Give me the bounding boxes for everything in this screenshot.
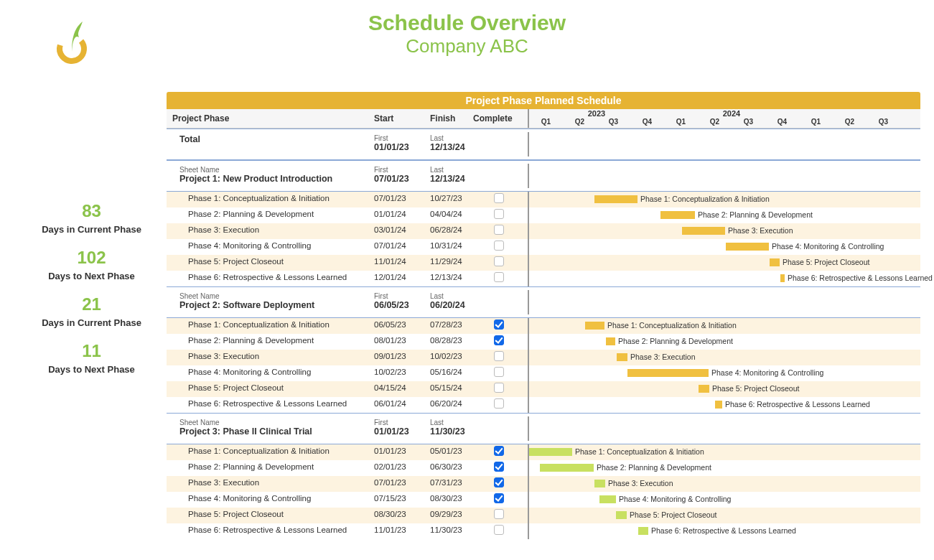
table-row: Phase 3: Execution03/01/2406/28/24Phase … — [167, 223, 920, 239]
phase-finish: 04/04/24 — [427, 207, 470, 223]
complete-checkbox[interactable] — [494, 335, 504, 345]
complete-checkbox[interactable] — [494, 319, 504, 330]
complete-cell — [470, 318, 528, 334]
phase-finish: 05/16/24 — [427, 365, 470, 381]
complete-checkbox[interactable] — [494, 525, 504, 535]
table-row: Phase 5: Project Closeout04/15/2405/15/2… — [167, 381, 920, 397]
total-start: First01/01/23 — [371, 132, 427, 157]
gantt-bar — [715, 401, 722, 409]
phase-start: 01/01/23 — [371, 444, 427, 460]
gantt-bar — [660, 211, 695, 219]
complete-checkbox[interactable] — [494, 462, 504, 472]
col-header-start: Start — [371, 109, 427, 128]
phase-name: Phase 4: Monitoring & Controlling — [167, 492, 371, 508]
gantt-bar — [638, 527, 648, 535]
gantt-bar-label: Phase 5: Project Closeout — [783, 258, 869, 266]
phase-name: Phase 3: Execution — [167, 350, 371, 365]
quarter-label: Q1 — [799, 118, 833, 126]
phase-name: Phase 3: Execution — [167, 223, 371, 239]
gantt-bar-label: Phase 6: Retrospective & Lessons Learned — [788, 274, 933, 282]
phase-start: 02/01/23 — [371, 460, 427, 476]
timeline-cell — [528, 164, 920, 188]
page-title: Schedule Overview — [14, 11, 920, 35]
timeline-cell: Phase 6: Retrospective & Lessons Learned — [528, 397, 920, 413]
group-row: Sheet NameProject 1: New Product Introdu… — [167, 160, 920, 192]
phase-start: 08/30/23 — [371, 508, 427, 523]
complete-checkbox[interactable] — [494, 383, 504, 393]
gantt-bar — [682, 227, 725, 235]
timeline-cell: Phase 5: Project Closeout — [528, 255, 920, 271]
phase-name: Phase 2: Planning & Development — [167, 207, 371, 223]
complete-checkbox[interactable] — [494, 256, 504, 266]
metric-label: Days to Next Phase — [25, 271, 158, 281]
svg-point-0 — [55, 32, 89, 65]
phase-name: Phase 1: Conceptualization & Initiation — [167, 192, 371, 207]
gantt-bar-label: Phase 3: Execution — [728, 226, 793, 235]
metric-label: Days to Next Phase — [25, 364, 158, 375]
complete-cell — [470, 460, 528, 476]
complete-cell — [470, 492, 528, 508]
empty — [470, 416, 528, 441]
timeline-cell: Phase 4: Monitoring & Controlling — [528, 365, 920, 381]
complete-checkbox[interactable] — [494, 367, 504, 377]
complete-cell — [470, 381, 528, 397]
complete-checkbox[interactable] — [494, 351, 504, 361]
metric-value: 102 — [25, 248, 158, 268]
phase-start: 10/02/23 — [371, 365, 427, 381]
gantt-bar-label: Phase 4: Monitoring & Controlling — [772, 242, 884, 251]
phase-finish: 09/29/23 — [427, 508, 470, 523]
project-first: First06/05/23 — [371, 290, 427, 314]
panel-title: Project Phase Planned Schedule — [167, 92, 920, 109]
gantt-bar-label: Phase 4: Monitoring & Controlling — [619, 495, 731, 503]
complete-checkbox[interactable] — [494, 509, 504, 519]
gantt-bar — [594, 480, 605, 487]
col-header-complete: Complete — [470, 109, 528, 128]
project-name: Sheet NameProject 3: Phase II Clinical T… — [167, 416, 371, 441]
complete-cell — [470, 476, 528, 492]
project-last: Last11/30/23 — [427, 416, 470, 441]
table-row: Phase 1: Conceptualization & Initiation0… — [167, 444, 920, 460]
phase-name: Phase 6: Retrospective & Lessons Learned — [167, 271, 371, 286]
complete-checkbox[interactable] — [494, 209, 504, 219]
timeline-cell — [528, 290, 920, 314]
phase-name: Phase 4: Monitoring & Controlling — [167, 239, 371, 255]
quarter-label: Q3 — [597, 118, 630, 126]
gantt-bar — [726, 243, 769, 251]
complete-checkbox[interactable] — [494, 193, 504, 203]
gantt-bar — [627, 369, 709, 377]
phase-start: 01/01/24 — [371, 207, 427, 223]
phase-finish: 11/29/24 — [427, 255, 470, 271]
phase-finish: 05/15/24 — [427, 381, 470, 397]
phase-start: 11/01/24 — [371, 255, 427, 271]
quarter-label: Q2 — [833, 118, 867, 126]
gantt-bar-label: Phase 6: Retrospective & Lessons Learned — [651, 526, 796, 535]
phase-finish: 10/27/23 — [427, 192, 470, 207]
timeline-cell — [528, 132, 920, 157]
timeline-cell: Phase 4: Monitoring & Controlling — [528, 239, 920, 255]
col-header-phase: Project Phase — [167, 109, 371, 128]
complete-checkbox[interactable] — [494, 225, 504, 235]
timeline-cell: Phase 2: Planning & Development — [528, 207, 920, 223]
complete-checkbox[interactable] — [494, 493, 504, 503]
table-row: Phase 6: Retrospective & Lessons Learned… — [167, 271, 920, 286]
group-row: TotalFirst01/01/23Last12/13/24 — [167, 129, 920, 160]
metric-label: Days in Current Phase — [25, 317, 158, 328]
phase-start: 07/01/23 — [371, 192, 427, 207]
gantt-bar — [617, 353, 627, 361]
complete-checkbox[interactable] — [494, 241, 504, 251]
timeline-header: 20232024Q1Q2Q3Q4Q1Q2Q3Q4Q1Q2Q3 — [528, 109, 920, 128]
phase-finish: 06/20/24 — [427, 397, 470, 413]
phase-start: 11/01/23 — [371, 523, 427, 539]
timeline-cell: Phase 1: Conceptualization & Initiation — [528, 192, 920, 207]
timeline-cell: Phase 4: Monitoring & Controlling — [528, 492, 920, 508]
timeline-cell: Phase 3: Execution — [528, 476, 920, 492]
complete-checkbox[interactable] — [494, 398, 504, 409]
complete-checkbox[interactable] — [494, 446, 504, 456]
phase-name: Phase 1: Conceptualization & Initiation — [167, 444, 371, 460]
complete-checkbox[interactable] — [494, 477, 504, 487]
table-row: Phase 6: Retrospective & Lessons Learned… — [167, 397, 920, 413]
complete-cell — [470, 271, 528, 286]
complete-checkbox[interactable] — [494, 272, 504, 282]
phase-finish: 08/30/23 — [427, 492, 470, 508]
phase-name: Phase 1: Conceptualization & Initiation — [167, 318, 371, 334]
